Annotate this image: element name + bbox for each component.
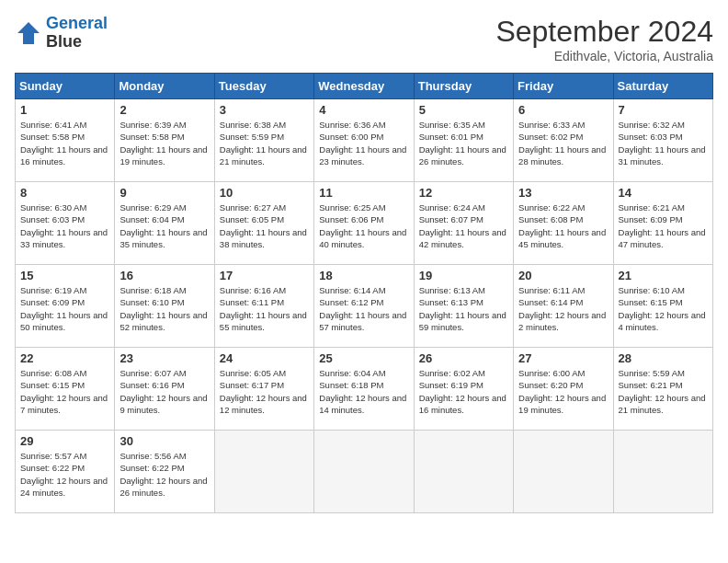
day-info: Sunrise: 5:57 AMSunset: 6:22 PMDaylight:…	[20, 450, 109, 499]
calendar-week-2: 15 Sunrise: 6:19 AMSunset: 6:09 PMDaylig…	[16, 265, 713, 348]
day-number: 21	[619, 269, 708, 282]
day-info: Sunrise: 6:38 AMSunset: 5:59 PMDaylight:…	[220, 119, 309, 167]
title-block: September 2024 Edithvale, Victoria, Aust…	[495, 15, 713, 63]
calendar-cell: 20 Sunrise: 6:11 AMSunset: 6:14 PMDaylig…	[514, 265, 613, 348]
logo-text: GeneralBlue	[46, 15, 108, 52]
calendar-cell	[613, 431, 712, 513]
calendar-cell: 28 Sunrise: 5:59 AMSunset: 6:21 PMDaylig…	[613, 348, 712, 431]
calendar-cell	[214, 431, 313, 513]
calendar-week-0: 1 Sunrise: 6:41 AMSunset: 5:58 PMDayligh…	[16, 99, 713, 182]
logo: GeneralBlue	[15, 15, 108, 52]
day-number: 13	[518, 186, 608, 200]
calendar-header-row: SundayMondayTuesdayWednesdayThursdayFrid…	[16, 74, 713, 99]
day-info: Sunrise: 6:19 AMSunset: 6:09 PMDaylight:…	[20, 284, 109, 333]
day-info: Sunrise: 6:33 AMSunset: 6:02 PMDaylight:…	[518, 119, 608, 167]
day-number: 26	[419, 351, 508, 365]
day-info: Sunrise: 6:39 AMSunset: 5:58 PMDaylight:…	[119, 119, 209, 167]
calendar-cell: 19 Sunrise: 6:13 AMSunset: 6:13 PMDaylig…	[414, 265, 513, 348]
day-header-monday: Monday	[115, 74, 214, 99]
day-number: 25	[319, 351, 408, 365]
day-info: Sunrise: 6:08 AMSunset: 6:15 PMDaylight:…	[20, 367, 109, 416]
calendar-cell: 9 Sunrise: 6:29 AMSunset: 6:04 PMDayligh…	[115, 182, 214, 265]
calendar-cell: 3 Sunrise: 6:38 AMSunset: 5:59 PMDayligh…	[214, 99, 313, 182]
day-info: Sunrise: 6:13 AMSunset: 6:13 PMDaylight:…	[419, 284, 508, 333]
calendar-cell: 17 Sunrise: 6:16 AMSunset: 6:11 PMDaylig…	[214, 265, 313, 348]
calendar: SundayMondayTuesdayWednesdayThursdayFrid…	[15, 73, 713, 513]
calendar-cell: 16 Sunrise: 6:18 AMSunset: 6:10 PMDaylig…	[115, 265, 214, 348]
month-title: September 2024	[495, 15, 713, 49]
day-info: Sunrise: 6:27 AMSunset: 6:05 PMDaylight:…	[220, 201, 309, 250]
day-number: 14	[619, 186, 708, 200]
day-info: Sunrise: 6:36 AMSunset: 6:00 PMDaylight:…	[319, 119, 408, 167]
day-number: 1	[20, 103, 109, 117]
day-info: Sunrise: 6:14 AMSunset: 6:12 PMDaylight:…	[319, 284, 408, 333]
day-number: 10	[220, 186, 309, 200]
calendar-cell: 4 Sunrise: 6:36 AMSunset: 6:00 PMDayligh…	[314, 99, 414, 182]
calendar-cell	[314, 431, 414, 513]
day-info: Sunrise: 5:59 AMSunset: 6:21 PMDaylight:…	[619, 367, 708, 416]
calendar-body: 1 Sunrise: 6:41 AMSunset: 5:58 PMDayligh…	[16, 99, 713, 513]
day-info: Sunrise: 6:24 AMSunset: 6:07 PMDaylight:…	[419, 201, 508, 250]
calendar-cell: 29 Sunrise: 5:57 AMSunset: 6:22 PMDaylig…	[16, 431, 115, 513]
day-number: 17	[220, 269, 309, 282]
day-number: 27	[518, 351, 608, 365]
calendar-cell: 23 Sunrise: 6:07 AMSunset: 6:16 PMDaylig…	[115, 348, 214, 431]
day-number: 24	[220, 351, 309, 365]
calendar-cell: 13 Sunrise: 6:22 AMSunset: 6:08 PMDaylig…	[514, 182, 613, 265]
svg-marker-0	[17, 22, 40, 44]
calendar-cell: 24 Sunrise: 6:05 AMSunset: 6:17 PMDaylig…	[214, 348, 313, 431]
calendar-cell: 22 Sunrise: 6:08 AMSunset: 6:15 PMDaylig…	[16, 348, 115, 431]
calendar-cell: 2 Sunrise: 6:39 AMSunset: 5:58 PMDayligh…	[115, 99, 214, 182]
day-info: Sunrise: 6:41 AMSunset: 5:58 PMDaylight:…	[20, 119, 109, 167]
day-header-sunday: Sunday	[16, 74, 115, 99]
day-number: 6	[518, 103, 608, 117]
day-header-thursday: Thursday	[414, 74, 513, 99]
day-info: Sunrise: 6:00 AMSunset: 6:20 PMDaylight:…	[518, 367, 608, 416]
calendar-cell: 26 Sunrise: 6:02 AMSunset: 6:19 PMDaylig…	[414, 348, 513, 431]
day-number: 2	[119, 103, 209, 117]
day-number: 3	[220, 103, 309, 117]
calendar-cell	[514, 431, 613, 513]
day-info: Sunrise: 6:04 AMSunset: 6:18 PMDaylight:…	[319, 367, 408, 416]
day-number: 22	[20, 351, 109, 365]
day-number: 28	[619, 351, 708, 365]
day-info: Sunrise: 6:21 AMSunset: 6:09 PMDaylight:…	[619, 201, 708, 250]
calendar-week-4: 29 Sunrise: 5:57 AMSunset: 6:22 PMDaylig…	[16, 431, 713, 513]
logo-icon	[15, 19, 42, 47]
calendar-week-3: 22 Sunrise: 6:08 AMSunset: 6:15 PMDaylig…	[16, 348, 713, 431]
day-info: Sunrise: 6:32 AMSunset: 6:03 PMDaylight:…	[619, 119, 708, 167]
day-info: Sunrise: 6:18 AMSunset: 6:10 PMDaylight:…	[119, 284, 209, 333]
calendar-cell: 30 Sunrise: 5:56 AMSunset: 6:22 PMDaylig…	[115, 431, 214, 513]
day-info: Sunrise: 6:11 AMSunset: 6:14 PMDaylight:…	[518, 284, 608, 333]
day-header-friday: Friday	[514, 74, 613, 99]
calendar-cell: 14 Sunrise: 6:21 AMSunset: 6:09 PMDaylig…	[613, 182, 712, 265]
calendar-cell: 12 Sunrise: 6:24 AMSunset: 6:07 PMDaylig…	[414, 182, 513, 265]
day-info: Sunrise: 6:02 AMSunset: 6:19 PMDaylight:…	[419, 367, 508, 416]
page-header: GeneralBlue September 2024 Edithvale, Vi…	[15, 15, 713, 63]
day-number: 23	[119, 351, 209, 365]
day-info: Sunrise: 6:10 AMSunset: 6:15 PMDaylight:…	[619, 284, 708, 333]
calendar-cell: 8 Sunrise: 6:30 AMSunset: 6:03 PMDayligh…	[16, 182, 115, 265]
location: Edithvale, Victoria, Australia	[495, 49, 713, 63]
day-info: Sunrise: 6:07 AMSunset: 6:16 PMDaylight:…	[119, 367, 209, 416]
day-info: Sunrise: 6:05 AMSunset: 6:17 PMDaylight:…	[220, 367, 309, 416]
calendar-cell: 7 Sunrise: 6:32 AMSunset: 6:03 PMDayligh…	[613, 99, 712, 182]
day-info: Sunrise: 6:29 AMSunset: 6:04 PMDaylight:…	[119, 201, 209, 250]
day-number: 15	[20, 269, 109, 282]
day-number: 11	[319, 186, 408, 200]
calendar-cell: 25 Sunrise: 6:04 AMSunset: 6:18 PMDaylig…	[314, 348, 414, 431]
day-number: 8	[20, 186, 109, 200]
calendar-cell: 5 Sunrise: 6:35 AMSunset: 6:01 PMDayligh…	[414, 99, 513, 182]
day-info: Sunrise: 5:56 AMSunset: 6:22 PMDaylight:…	[119, 450, 209, 499]
day-info: Sunrise: 6:25 AMSunset: 6:06 PMDaylight:…	[319, 201, 408, 250]
day-info: Sunrise: 6:22 AMSunset: 6:08 PMDaylight:…	[518, 201, 608, 250]
day-number: 29	[20, 434, 109, 448]
day-number: 18	[319, 269, 408, 282]
day-number: 4	[319, 103, 408, 117]
calendar-week-1: 8 Sunrise: 6:30 AMSunset: 6:03 PMDayligh…	[16, 182, 713, 265]
calendar-cell: 18 Sunrise: 6:14 AMSunset: 6:12 PMDaylig…	[314, 265, 414, 348]
day-info: Sunrise: 6:30 AMSunset: 6:03 PMDaylight:…	[20, 201, 109, 250]
day-number: 7	[619, 103, 708, 117]
day-header-wednesday: Wednesday	[314, 74, 414, 99]
day-number: 19	[419, 269, 508, 282]
